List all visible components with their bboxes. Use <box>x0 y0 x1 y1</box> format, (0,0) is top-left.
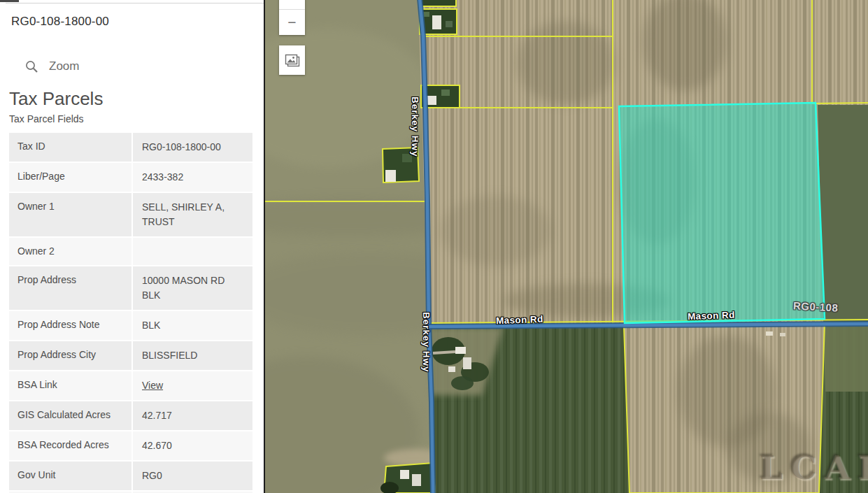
aerial-basemap <box>265 0 868 493</box>
selected-parcel[interactable] <box>619 103 825 323</box>
search-icon <box>25 60 38 73</box>
page-title: RG0-108-1800-00 <box>11 15 109 29</box>
zoom-control: + − <box>279 0 305 35</box>
panel-divider <box>6 3 264 3</box>
field-value: BLISSFIELD <box>131 341 252 370</box>
field-value: 42.670 <box>131 431 252 460</box>
zoom-out-button[interactable]: − <box>279 9 305 35</box>
table-row: Owner 2 <box>9 238 252 266</box>
field-label: Gov Unit <box>9 462 131 490</box>
parcel-info-panel: RG0-108-1800-00 Zoom Tax Parcels Tax Par… <box>0 0 265 493</box>
map-viewport[interactable]: Berkey Hwy Berkey Hwy Mason Rd Mason Rd … <box>265 0 868 493</box>
field-value: 10000 MASON RD BLK <box>131 266 252 310</box>
west-parcel <box>383 148 419 183</box>
table-row: Gov Unit RG0 <box>9 462 252 492</box>
field-value: BLK <box>131 311 252 340</box>
table-row: BSA Link View <box>9 371 252 401</box>
zoom-in-button[interactable]: + <box>279 0 305 9</box>
table-row: Owner 1 SELL, SHIRLEY A, TRUST <box>9 193 252 238</box>
field-value: SELL, SHIRLEY A, TRUST <box>131 193 252 236</box>
field-value: 2433-382 <box>131 163 252 192</box>
app-window: RG0-108-1800-00 Zoom Tax Parcels Tax Par… <box>0 0 868 493</box>
basemap-gallery-button[interactable] <box>279 45 305 75</box>
field-label: Prop Address City <box>9 341 131 370</box>
layer-title: Tax Parcels <box>9 88 103 110</box>
field-label: BSA Link <box>9 371 131 400</box>
field-value: RG0-108-1800-00 <box>131 133 252 162</box>
basemap-gallery-icon <box>285 54 300 67</box>
field-green-east <box>818 105 868 323</box>
layer-subtitle: Tax Parcel Fields <box>9 113 84 124</box>
field-value <box>131 238 252 265</box>
zoom-to-parcel-button[interactable]: Zoom <box>25 59 79 73</box>
field-value: 42.717 <box>131 401 252 430</box>
field-value: RG0 <box>131 462 252 490</box>
attribute-table: Tax ID RG0-108-1800-00 Liber/Page 2433-3… <box>9 133 252 493</box>
table-row: Tax ID RG0-108-1800-00 <box>9 133 252 163</box>
zoom-button-label: Zoom <box>49 59 79 73</box>
field-label: BSA Recorded Acres <box>9 431 131 460</box>
table-row: GIS Calculated Acres 42.717 <box>9 401 252 431</box>
table-row: Liber/Page 2433-382 <box>9 163 252 193</box>
field-label: Owner 2 <box>9 238 131 265</box>
table-row: Prop Address 10000 MASON RD BLK <box>9 266 252 311</box>
field-label: Tax ID <box>9 133 131 162</box>
field-label: Owner 1 <box>9 193 131 236</box>
table-row: BSA Recorded Acres 42.670 <box>9 431 252 462</box>
field-label: Prop Address Note <box>9 311 131 340</box>
panel-top-tick <box>0 0 19 2</box>
field-label: Liber/Page <box>9 163 131 192</box>
bsa-view-link[interactable]: View <box>142 380 163 391</box>
field-label: GIS Calculated Acres <box>9 401 131 430</box>
table-row: Prop Address Note BLK <box>9 311 252 341</box>
table-row: Prop Address City BLISSFIELD <box>9 341 252 371</box>
field-label: Prop Address <box>9 266 131 310</box>
bottom-parcel <box>380 463 435 493</box>
